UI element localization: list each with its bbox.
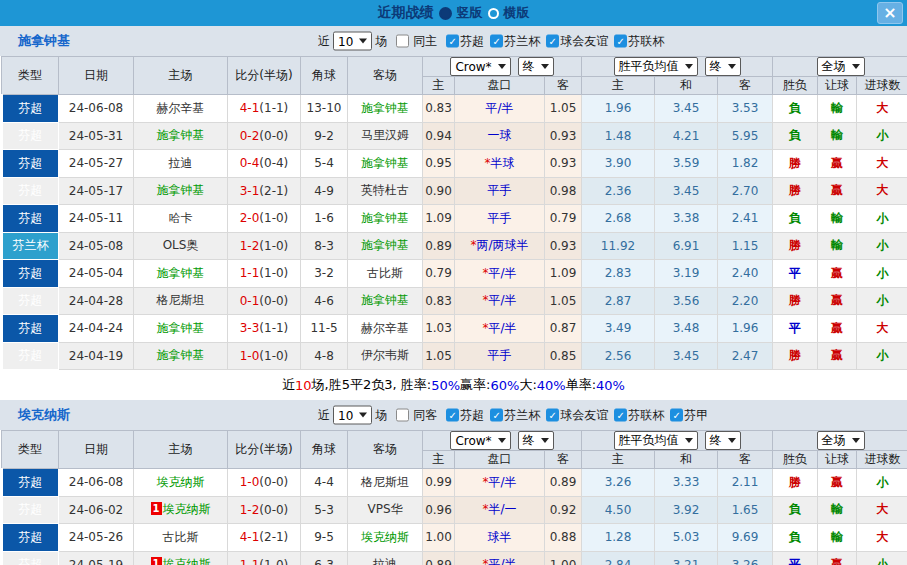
match-count-select[interactable]: 10 xyxy=(333,406,372,425)
team-name: 埃克纳斯 xyxy=(163,557,211,565)
score-cell: 1-0(1-0) xyxy=(228,342,301,370)
odds-time-select[interactable]: 终 xyxy=(518,431,554,450)
handicap-name: 半/一 xyxy=(488,502,516,516)
league-cell: 芬超 xyxy=(2,177,59,205)
halftime-score: (0-0) xyxy=(259,294,288,308)
team-name: 埃克纳斯 xyxy=(163,502,211,516)
score-cell: 4-1(1-1) xyxy=(228,95,301,123)
close-icon[interactable]: × xyxy=(877,2,903,24)
wdl-result-cell: 勝 xyxy=(773,287,818,315)
filter-bar: 近 10 场 同主 芬超芬兰杯球会友谊芬联杯 xyxy=(318,32,664,51)
same-away-label: 同客 xyxy=(413,407,437,424)
odds-group-header: Crow* 终 xyxy=(423,431,582,451)
summary-segment: 大: xyxy=(519,376,536,394)
team-name: 施拿钟基 xyxy=(361,293,409,307)
odds-time-select[interactable]: 终 xyxy=(518,57,554,76)
score-cell: 1-2(0-0) xyxy=(228,496,301,524)
league-checkbox[interactable] xyxy=(446,409,459,422)
col-type: 类型 xyxy=(2,431,59,469)
fulltime-score: 1-2 xyxy=(240,239,260,253)
handicap-cell: 平/半 xyxy=(455,95,545,123)
chevron-down-icon xyxy=(359,39,367,44)
handicap-result-cell: 輸 xyxy=(818,205,857,233)
odds-company-select[interactable]: Crow* xyxy=(450,431,510,450)
league-cell: 芬超 xyxy=(2,342,59,370)
goals-result-cell: 小 xyxy=(857,551,907,565)
corner-cell: 3-2 xyxy=(301,260,348,288)
match-row: 芬兰杯24-05-08OLS奥1-2(1-0)8-3施拿钟基0.89*两/两球半… xyxy=(2,232,907,260)
avg-select[interactable]: 胜平负均值 xyxy=(614,431,698,450)
handicap-result-cell: 贏 xyxy=(818,287,857,315)
same-away-checkbox[interactable] xyxy=(396,409,409,422)
vertical-layout-radio[interactable] xyxy=(439,7,452,20)
goals-result-cell: 小 xyxy=(857,122,907,150)
match-count-select[interactable]: 10 xyxy=(333,32,372,51)
league-checkbox[interactable] xyxy=(490,35,503,48)
handicap-name: 平/半 xyxy=(488,293,516,307)
league-cell: 芬超 xyxy=(2,95,59,123)
avg-time-select[interactable]: 终 xyxy=(705,57,741,76)
corner-cell: 9-2 xyxy=(301,122,348,150)
same-home-checkbox[interactable] xyxy=(396,35,409,48)
score-cell: 3-3(1-1) xyxy=(228,315,301,343)
avg-select[interactable]: 胜平负均值 xyxy=(614,57,698,76)
team-name: 施拿钟基 xyxy=(157,183,205,197)
halftime-score: (1-0) xyxy=(259,266,288,280)
league-checkbox[interactable] xyxy=(446,35,459,48)
handicap-name: 平/半 xyxy=(485,101,513,115)
league-checkbox[interactable] xyxy=(490,409,503,422)
fulltime-score: 0-4 xyxy=(240,156,260,170)
team-name: 赫尔辛基 xyxy=(361,321,409,335)
avg-draw-cell: 3.92 xyxy=(655,496,718,524)
date-cell: 24-06-08 xyxy=(59,469,134,497)
team-name: 格尼斯坦 xyxy=(157,293,205,307)
wdl-result-cell: 負 xyxy=(773,524,818,552)
section-header-home-team: 施拿钟基 近 10 场 同主 芬超芬兰杯球会友谊芬联杯 xyxy=(0,26,907,56)
league-checkbox[interactable] xyxy=(614,35,627,48)
avg-draw-cell: 3.21 xyxy=(655,551,718,565)
col-avg-draw: 和 xyxy=(655,451,718,469)
score-cell: 1-1(1-0) xyxy=(228,260,301,288)
col-result-goals: 进球数 xyxy=(857,77,907,95)
match-count-value: 10 xyxy=(338,408,353,422)
handicap-cell: 平手 xyxy=(455,342,545,370)
league-checkbox[interactable] xyxy=(614,409,627,422)
fulltime-score: 3-1 xyxy=(240,184,260,198)
team-name: VPS华 xyxy=(367,502,402,516)
away-team-cell: VPS华 xyxy=(348,496,423,524)
scope-select[interactable]: 全场 xyxy=(817,57,865,76)
home-team-cell: 埃克纳斯 xyxy=(134,469,228,497)
league-cell: 芬兰杯 xyxy=(2,232,59,260)
odds-home-cell: 0.83 xyxy=(423,95,455,123)
red-card-badge: 1 xyxy=(151,502,162,515)
match-row: 芬超24-06-08埃克纳斯1-0(0-0)4-4格尼斯坦0.99*平/半0.8… xyxy=(2,469,907,497)
horizontal-layout-radio[interactable] xyxy=(488,8,499,19)
avg-draw-cell: 3.45 xyxy=(655,95,718,123)
scope-select[interactable]: 全场 xyxy=(817,431,865,450)
near-label: 近 xyxy=(318,407,330,424)
home-team-cell: 施拿钟基 xyxy=(134,177,228,205)
wdl-result-cell: 勝 xyxy=(773,150,818,178)
avg-time-select[interactable]: 终 xyxy=(705,431,741,450)
avg-value: 胜平负均值 xyxy=(619,432,679,449)
handicap-result-cell: 輸 xyxy=(818,232,857,260)
chevron-down-icon xyxy=(852,438,860,443)
league-checkbox[interactable] xyxy=(546,35,559,48)
league-cell: 芬超 xyxy=(2,150,59,178)
col-date: 日期 xyxy=(59,431,134,469)
away-team-cell: 拉迪 xyxy=(348,551,423,565)
league-cell: 芬超 xyxy=(2,315,59,343)
home-team-cell: 施拿钟基 xyxy=(134,122,228,150)
home-team-cell: 施拿钟基 xyxy=(134,315,228,343)
league-label: 球会友谊 xyxy=(560,407,608,424)
home-team-cell: 古比斯 xyxy=(134,524,228,552)
odds-away-cell: 1.00 xyxy=(545,551,582,565)
league-checkbox[interactable] xyxy=(546,409,559,422)
league-checkbox[interactable] xyxy=(670,409,683,422)
odds-company-select[interactable]: Crow* xyxy=(450,57,510,76)
odds-away-cell: 1.09 xyxy=(545,260,582,288)
team-name: 施拿钟基 xyxy=(361,211,409,225)
handicap-result-cell: 贏 xyxy=(818,342,857,370)
date-cell: 24-05-11 xyxy=(59,205,134,233)
handicap-result-cell: 輸 xyxy=(818,95,857,123)
